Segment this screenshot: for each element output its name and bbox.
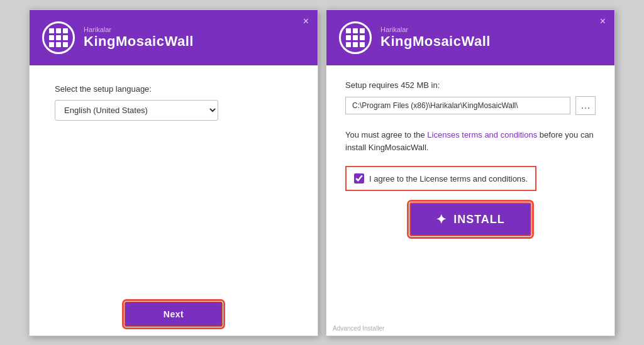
next-button[interactable]: Next: [125, 302, 223, 327]
title-text-1: Harikalar KingMosaicWall: [84, 26, 194, 50]
require-label: Setup requires 452 MB in:: [345, 80, 596, 90]
logo-grid-2: [346, 28, 365, 47]
install-button[interactable]: ✦ INSTALL: [409, 202, 531, 236]
browse-button[interactable]: …: [575, 96, 596, 115]
language-label: Select the setup language:: [55, 84, 292, 94]
close-button-2[interactable]: ×: [600, 16, 606, 26]
brand-label-2: Harikalar: [380, 26, 491, 33]
installer-window-1: Harikalar KingMosaicWall × Select the se…: [29, 9, 318, 336]
install-path-input[interactable]: [345, 97, 570, 114]
agree-row: I agree to the License terms and conditi…: [345, 166, 536, 191]
agree-checkbox[interactable]: [354, 173, 364, 183]
window1-body: Select the setup language: English (Unit…: [30, 65, 318, 293]
app-title-2: KingMosaicWall: [380, 33, 491, 50]
app-logo-2: [339, 21, 372, 54]
logo-grid-1: [49, 28, 68, 47]
path-row: …: [345, 96, 596, 115]
title-text-2: Harikalar KingMosaicWall: [380, 26, 491, 50]
app-title-1: KingMosaicWall: [84, 33, 194, 50]
license-pre-text: You must agree to the: [345, 130, 427, 140]
install-icon: ✦: [436, 212, 447, 227]
language-select[interactable]: English (United States) Turkish German F…: [55, 100, 218, 121]
window1-footer: Next: [30, 293, 318, 336]
installer-window-2: Harikalar KingMosaicWall × Setup require…: [326, 9, 615, 336]
window2-body: Setup requires 452 MB in: … You must agr…: [326, 65, 614, 336]
license-description: You must agree to the Licenses terms and…: [345, 129, 596, 155]
close-button-1[interactable]: ×: [303, 16, 309, 26]
app-logo-1: [42, 21, 75, 54]
advanced-installer-label: Advanced Installer: [333, 325, 384, 332]
brand-label-1: Harikalar: [84, 26, 194, 33]
license-link[interactable]: Licenses terms and conditions: [427, 130, 537, 140]
agree-label: I agree to the License terms and conditi…: [369, 174, 528, 183]
install-button-label: INSTALL: [453, 213, 505, 226]
title-bar-1: Harikalar KingMosaicWall ×: [30, 10, 318, 65]
install-button-container: ✦ INSTALL: [345, 202, 596, 236]
title-bar-2: Harikalar KingMosaicWall ×: [326, 10, 614, 65]
